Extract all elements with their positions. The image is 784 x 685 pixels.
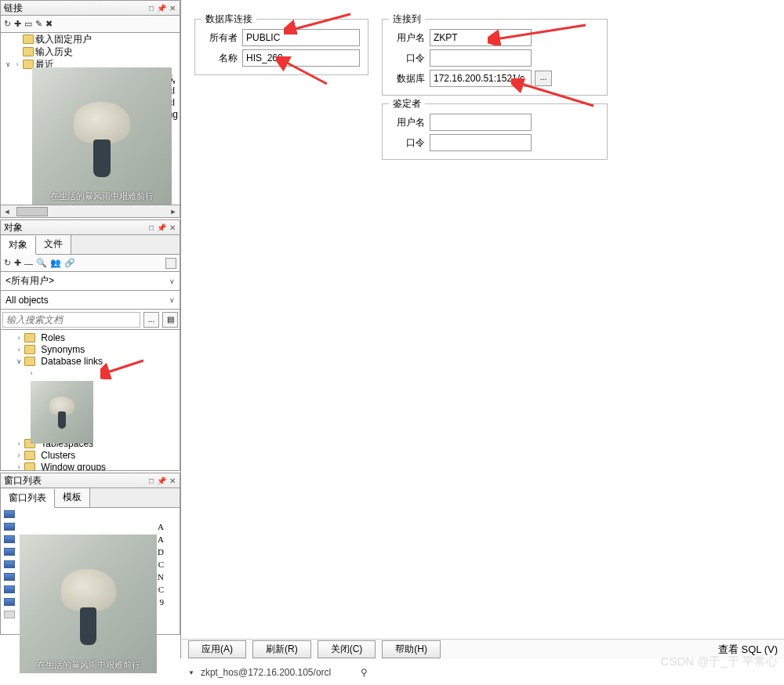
view-sql-link[interactable]: 查看 SQL (V) <box>718 643 778 657</box>
close-icon[interactable]: ✕ <box>169 4 176 13</box>
database-input[interactable] <box>430 70 532 87</box>
objects-header: 对象 □ 📌 ✕ <box>0 219 180 235</box>
username-input[interactable] <box>430 29 532 46</box>
object-search-row: ... ▤ <box>0 310 180 330</box>
meme-overlay: 在生活的暴风雨中艰难前行 <box>20 535 157 673</box>
refresh-icon[interactable]: ↻ <box>4 19 11 29</box>
close-button[interactable]: 关闭(C) <box>318 640 376 658</box>
dock-icon[interactable]: □ <box>148 477 154 485</box>
add-icon[interactable]: ✚ <box>14 258 21 268</box>
meme-overlay: 在生活的暴风雨中艰难前行 <box>32 67 172 205</box>
search-doc-button[interactable]: ▤ <box>162 312 178 328</box>
auth-username-label: 用户名 <box>383 116 430 129</box>
expand-icon[interactable]: › <box>15 346 23 353</box>
folder-icon <box>23 34 34 44</box>
name-label: 名称 <box>195 52 242 65</box>
group-legend: 连接到 <box>389 13 425 26</box>
search-input[interactable] <box>2 312 140 328</box>
minus-icon[interactable]: — <box>24 259 33 268</box>
collapse-icon[interactable]: ∨ <box>4 60 12 68</box>
h-scrollbar[interactable]: ◄► <box>0 205 180 218</box>
link-icon[interactable]: 🔗 <box>64 258 75 268</box>
meme-overlay <box>31 381 93 444</box>
object-filter-value: All objects <box>5 295 49 306</box>
chevron-down-icon: ∨ <box>169 296 175 304</box>
tab-windowlist[interactable]: 窗口列表 <box>1 489 55 508</box>
window-icon <box>4 560 15 568</box>
status-connection: zkpt_hos@172.16.200.105/orcl <box>201 667 331 678</box>
connections-toolbar: ↻ ✚ ▭ ✎ ✖ <box>0 16 180 33</box>
pin-icon[interactable]: 📌 <box>156 477 167 485</box>
folder-icon[interactable]: ▭ <box>24 19 32 29</box>
expand-icon[interactable]: › <box>15 451 23 459</box>
password-input[interactable] <box>430 49 532 67</box>
chevron-down-icon: ∨ <box>169 277 175 285</box>
db-connection-group: 数据库连接 所有者 名称 <box>194 19 368 75</box>
pin-icon[interactable]: 📌 <box>156 4 167 13</box>
dock-icon[interactable]: □ <box>148 4 154 13</box>
tree-item-label[interactable]: Synonyms <box>41 344 85 355</box>
status-bar: ▼ zkpt_hos@172.16.200.105/orcl ⚲ <box>182 664 784 681</box>
user-filter-dropdown[interactable]: <所有用户> ∨ <box>0 272 180 291</box>
delete-icon[interactable]: ✖ <box>45 19 53 29</box>
search-more-button[interactable]: ... <box>143 312 159 328</box>
refresh-button[interactable]: 刷新(R) <box>252 640 311 658</box>
tree-item-label[interactable]: Clusters <box>41 450 75 461</box>
apply-button[interactable]: 应用(A) <box>188 640 246 658</box>
folder-icon <box>24 451 35 460</box>
binoculars-icon[interactable]: 🔍 <box>36 258 47 268</box>
window-icon <box>4 611 15 618</box>
folder-icon <box>24 462 35 472</box>
object-filter-dropdown[interactable]: All objects ∨ <box>0 291 180 310</box>
connections-header: 链接 □ 📌 ✕ <box>0 0 180 16</box>
auth-username-input[interactable] <box>430 114 532 131</box>
add-icon[interactable]: ✚ <box>14 19 21 29</box>
browse-db-button[interactable]: ... <box>535 71 552 86</box>
expand-icon[interactable]: › <box>15 334 23 342</box>
rename-icon[interactable]: ✎ <box>35 19 42 29</box>
user-filter-value: <所有用户> <box>5 274 54 288</box>
objects-tabs: 对象 文件 <box>0 235 180 255</box>
tree-item-label[interactable]: Window groups <box>41 462 106 472</box>
close-icon[interactable]: ✕ <box>169 477 176 485</box>
dock-icon[interactable]: □ <box>148 223 154 232</box>
tab-objects[interactable]: 对象 <box>1 236 36 255</box>
folder-icon <box>24 345 35 354</box>
tree-item-label[interactable]: 载入固定用户 <box>35 33 92 46</box>
authenticator-group: 鉴定者 用户名 口令 <box>382 103 608 160</box>
bottom-button-bar: 应用(A) 刷新(R) 关闭(C) 帮助(H) 查看 SQL (V) <box>182 639 784 659</box>
help-button[interactable]: 帮助(H) <box>382 640 441 658</box>
owner-label: 所有者 <box>195 31 242 45</box>
objects-toolbar: ↻ ✚ — 🔍 👥 🔗 <box>0 255 180 272</box>
windowlist-title: 窗口列表 <box>4 474 148 487</box>
tree-item-label[interactable]: Database links <box>41 356 103 367</box>
users-icon[interactable]: 👥 <box>50 258 61 268</box>
collapse-icon[interactable]: ∨ <box>15 357 23 365</box>
objects-title: 对象 <box>4 221 148 234</box>
password-label: 口令 <box>383 52 430 65</box>
auth-password-input[interactable] <box>430 134 532 151</box>
expand-icon[interactable]: › <box>15 463 23 471</box>
tab-files[interactable]: 文件 <box>36 235 71 254</box>
list-item[interactable] <box>1 508 180 520</box>
refresh-icon[interactable]: ↻ <box>4 258 11 268</box>
expand-icon[interactable]: › <box>15 440 23 448</box>
database-label: 数据库 <box>383 72 430 85</box>
windowlist-tabs: 窗口列表 模板 <box>0 488 180 508</box>
pin-icon[interactable]: 📌 <box>156 223 167 232</box>
tree-item-label[interactable]: 输入历史 <box>35 45 73 59</box>
options-icon[interactable] <box>165 258 176 269</box>
list-item[interactable]: A <box>1 520 180 533</box>
tab-templates[interactable]: 模板 <box>55 488 90 507</box>
tree-item-label[interactable]: Roles <box>41 332 65 343</box>
auth-password-label: 口令 <box>383 136 430 150</box>
pin-status-icon: ⚲ <box>361 667 368 678</box>
folder-icon <box>24 357 35 366</box>
owner-input[interactable] <box>242 29 360 46</box>
group-legend: 鉴定者 <box>389 97 425 111</box>
window-icon <box>4 598 15 606</box>
name-input[interactable] <box>242 49 360 67</box>
close-icon[interactable]: ✕ <box>169 223 176 232</box>
connect-to-group: 连接到 用户名 口令 数据库 ... <box>382 19 608 96</box>
folder-icon <box>24 333 35 342</box>
